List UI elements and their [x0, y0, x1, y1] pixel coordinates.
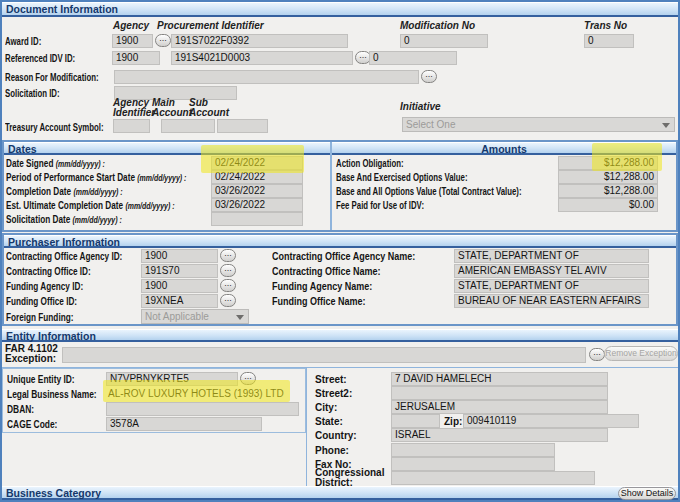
tas-main-account-field[interactable] [161, 119, 215, 133]
far-exception-lookup-button[interactable]: ... [589, 348, 605, 361]
zip-field[interactable]: 009410119 [463, 414, 639, 428]
phone-label: Phone: [315, 445, 349, 456]
congressional-district-label: CongressionalDistrict: [315, 468, 384, 488]
tas-agency-identifier-field[interactable] [113, 119, 150, 133]
dates-amounts-divider [330, 142, 332, 230]
show-details-button[interactable]: Show Details [618, 487, 676, 500]
street-label: Street: [315, 374, 347, 385]
pop-start-date-label: Period of Performance Start Date (mm/dd/… [6, 172, 186, 184]
initiative-selected-value: Select One [406, 119, 455, 130]
solicitation-id-label: Solicitation ID: [5, 88, 60, 99]
fax-no-field[interactable] [391, 457, 555, 471]
base-exercised-options-field[interactable]: $12,288.00 [558, 170, 658, 184]
funding-agency-id-field[interactable]: 1900 [141, 279, 218, 293]
fee-paid-idv-label: Fee Paid for Use of IDV: [336, 200, 424, 211]
unique-entity-id-field[interactable]: N7VPBNYKRTE5 [106, 372, 238, 386]
fee-paid-idv-field[interactable]: $0.00 [558, 198, 658, 212]
column-header-procurement-identifier: Procurement Identifier [157, 20, 264, 31]
award-agency-lookup-button[interactable]: ... [155, 34, 171, 47]
legal-business-name-label: Legal Business Name: [7, 389, 97, 400]
date-signed-label: Date Signed (mm/dd/yyyy) : [6, 158, 105, 170]
contracting-office-id-label: Contracting Office ID: [6, 266, 91, 277]
tas-agency-identifier-header: AgencyIdentifier [113, 98, 155, 118]
base-exercised-options-label: Base And Exercised Options Value: [336, 172, 467, 183]
entity-divider-vertical [306, 368, 307, 487]
award-modification-field[interactable]: 0 [400, 34, 488, 48]
street2-label: Street2: [315, 388, 352, 399]
reason-lookup-button[interactable]: ... [421, 70, 437, 83]
section-header-amounts: Amounts [332, 142, 676, 155]
contracting-office-name-field[interactable]: AMERICAN EMBASSY TEL AVIV [454, 264, 649, 278]
unique-entity-id-lookup-button[interactable]: ... [240, 372, 256, 385]
initiative-select[interactable]: Select One [402, 117, 675, 132]
initiative-header: Initiative [400, 101, 441, 112]
country-label: Country: [315, 430, 357, 441]
phone-field[interactable] [391, 443, 555, 457]
column-header-agency: Agency [113, 20, 149, 31]
country-field[interactable]: ISRAEL [391, 428, 608, 442]
city-label: City: [315, 402, 337, 413]
funding-office-id-lookup-button[interactable]: ... [220, 294, 236, 307]
congressional-district-field[interactable] [391, 471, 595, 485]
contracting-office-agency-id-lookup-button[interactable]: ... [220, 249, 236, 262]
tas-sub-account-header: SubAccount [189, 98, 229, 118]
funding-agency-name-label: Funding Agency Name: [272, 281, 372, 292]
dban-field[interactable] [106, 402, 299, 416]
state-label: State: [315, 416, 343, 427]
city-field[interactable]: JERUSALEM [391, 400, 608, 414]
date-signed-field[interactable]: 02/24/2022 [211, 156, 303, 170]
tas-main-account-header: MainAccount [152, 98, 192, 118]
contracting-office-id-lookup-button[interactable]: ... [220, 264, 236, 277]
chevron-down-icon [236, 315, 244, 320]
street-field[interactable]: 7 DAVID HAMELECH [391, 372, 608, 386]
state-field[interactable] [391, 414, 440, 428]
pop-start-date-field[interactable]: 02/24/2022 [211, 170, 303, 184]
section-header-business-category: Business Category [2, 486, 678, 500]
funding-office-name-field[interactable]: BUREAU OF NEAR EASTERN AFFAIRS [454, 294, 649, 308]
base-all-options-label: Base and All Options Value (Total Contra… [336, 186, 522, 197]
foreign-funding-select[interactable]: Not Applicable [141, 309, 249, 324]
funding-office-id-field[interactable]: 19XNEA [141, 294, 218, 308]
unique-entity-id-label: Unique Entity ID: [7, 374, 75, 385]
completion-date-field[interactable]: 03/26/2022 [211, 184, 303, 198]
base-all-options-field[interactable]: $12,288.00 [558, 184, 658, 198]
contracting-office-agency-name-field[interactable]: STATE, DEPARTMENT OF [454, 249, 649, 263]
contracting-office-name-label: Contracting Office Name: [272, 266, 381, 277]
contracting-office-id-field[interactable]: 191S70 [141, 264, 218, 278]
action-obligation-label: Action Obligation: [336, 158, 404, 169]
dban-label: DBAN: [7, 404, 34, 415]
contracting-office-agency-id-field[interactable]: 1900 [141, 249, 218, 263]
foreign-funding-label: Foreign Funding: [6, 312, 73, 323]
legal-business-name-value: AL-ROV LUXURY HOTELS (1993) LTD [108, 388, 298, 399]
funding-agency-name-field[interactable]: STATE, DEPARTMENT OF [454, 279, 649, 293]
solicitation-date-label: Solicitation Date (mm/dd/yyyy) : [6, 214, 122, 226]
remove-exception-button[interactable]: Remove Exception [604, 346, 678, 361]
fpds-award-form: Document Information Agency Procurement … [0, 0, 680, 502]
section-header-entity-information: Entity Information [2, 329, 678, 342]
cage-code-field[interactable]: 3578A [106, 417, 262, 431]
idv-modification-field[interactable]: 0 [369, 51, 457, 65]
street2-field[interactable] [391, 386, 608, 400]
est-ultimate-completion-date-field[interactable]: 03/26/2022 [211, 198, 303, 212]
action-obligation-field[interactable]: $12,288.00 [558, 156, 658, 170]
chevron-down-icon [662, 123, 670, 128]
section-header-purchaser-information: Purchaser Information [4, 235, 676, 248]
funding-agency-id-lookup-button[interactable]: ... [220, 279, 236, 292]
funding-office-name-label: Funding Office Name: [272, 296, 366, 307]
funding-office-id-label: Funding Office ID: [6, 296, 77, 307]
reason-for-modification-field[interactable] [114, 70, 419, 84]
award-pid-field[interactable]: 191S7022F0392 [171, 34, 348, 48]
far-exception-field[interactable] [62, 347, 586, 363]
zip-label: Zip: [444, 416, 462, 427]
solicitation-date-field[interactable] [211, 212, 303, 226]
award-id-label: Award ID: [5, 36, 41, 47]
award-agency-field[interactable]: 1900 [112, 34, 153, 48]
section-header-document-information: Document Information [2, 2, 678, 17]
cage-code-label: CAGE Code: [7, 419, 57, 430]
tas-sub-account-field[interactable] [217, 119, 268, 133]
idv-pid-field[interactable]: 191S4021D0003 [171, 51, 353, 65]
award-trans-field[interactable]: 0 [584, 34, 634, 48]
est-ultimate-completion-date-label: Est. Ultimate Completion Date (mm/dd/yyy… [6, 200, 175, 212]
referenced-idv-label: Referenced IDV ID: [5, 53, 75, 64]
idv-agency-field[interactable]: 1900 [112, 51, 160, 65]
